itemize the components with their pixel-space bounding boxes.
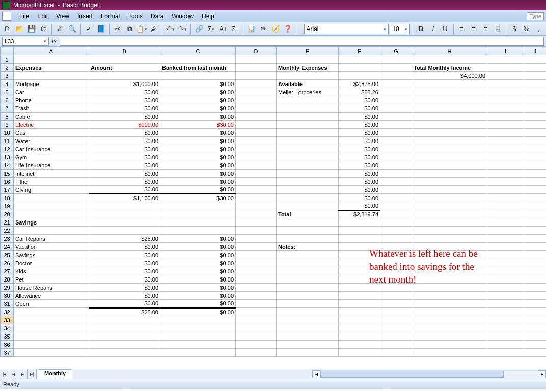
cell-C12[interactable]: $0.00 bbox=[160, 145, 236, 153]
cell-B4[interactable]: $1,000.00 bbox=[89, 80, 160, 88]
row-header-27[interactable]: 27 bbox=[1, 267, 14, 275]
cell-J25[interactable] bbox=[524, 251, 547, 259]
cell-G34[interactable] bbox=[380, 324, 412, 332]
cell-G25[interactable] bbox=[380, 251, 412, 259]
cell-D31[interactable] bbox=[236, 300, 277, 308]
cell-A16[interactable]: Tithe bbox=[14, 178, 89, 186]
cell-B17[interactable]: $0.00 bbox=[89, 186, 160, 194]
cell-D10[interactable] bbox=[236, 129, 277, 137]
cell-F1[interactable] bbox=[339, 55, 380, 64]
cell-F14[interactable]: $0.00 bbox=[339, 161, 380, 170]
cell-F9[interactable]: $0.00 bbox=[339, 121, 380, 129]
cell-A26[interactable]: Doctor bbox=[14, 259, 89, 267]
cell-B13[interactable]: $0.00 bbox=[89, 153, 160, 161]
cell-J28[interactable] bbox=[524, 275, 547, 284]
cell-A36[interactable] bbox=[14, 341, 89, 349]
comma-button[interactable]: , bbox=[533, 23, 544, 35]
cell-C1[interactable] bbox=[160, 55, 236, 64]
row-header-20[interactable]: 20 bbox=[1, 210, 14, 218]
cell-A22[interactable] bbox=[14, 227, 89, 235]
cell-I11[interactable] bbox=[487, 137, 524, 145]
cell-G32[interactable] bbox=[380, 308, 412, 316]
cell-H7[interactable] bbox=[412, 104, 487, 113]
cell-A14[interactable]: Life Insurance bbox=[14, 161, 89, 170]
cell-C14[interactable]: $0.00 bbox=[160, 161, 236, 170]
cell-J21[interactable] bbox=[524, 218, 547, 227]
font-size-select[interactable]: 10▾ bbox=[390, 24, 410, 34]
cell-B14[interactable]: $0.00 bbox=[89, 161, 160, 170]
cell-D6[interactable] bbox=[236, 96, 277, 104]
row-header-19[interactable]: 19 bbox=[1, 202, 14, 210]
row-header-31[interactable]: 31 bbox=[1, 300, 14, 308]
cell-D32[interactable] bbox=[236, 308, 277, 316]
row-header-17[interactable]: 17 bbox=[1, 186, 14, 194]
cell-H32[interactable] bbox=[412, 308, 487, 316]
cell-I5[interactable] bbox=[487, 88, 524, 96]
cell-A27[interactable]: Kids bbox=[14, 267, 89, 275]
cell-F26[interactable] bbox=[339, 259, 380, 267]
cell-I21[interactable] bbox=[487, 218, 524, 227]
cell-H24[interactable] bbox=[412, 243, 487, 251]
cell-C13[interactable]: $0.00 bbox=[160, 153, 236, 161]
menu-help[interactable]: Help bbox=[198, 12, 219, 21]
cell-D21[interactable] bbox=[236, 218, 277, 227]
cell-E21[interactable] bbox=[277, 218, 339, 227]
cell-F34[interactable] bbox=[339, 324, 380, 332]
cell-H37[interactable] bbox=[412, 349, 487, 357]
cell-E10[interactable] bbox=[277, 129, 339, 137]
row-header-16[interactable]: 16 bbox=[1, 178, 14, 186]
cell-J34[interactable] bbox=[524, 324, 547, 332]
cell-D27[interactable] bbox=[236, 267, 277, 275]
cell-H14[interactable] bbox=[412, 161, 487, 170]
row-header-26[interactable]: 26 bbox=[1, 259, 14, 267]
cell-F37[interactable] bbox=[339, 349, 380, 357]
cell-D34[interactable] bbox=[236, 324, 277, 332]
row-header-5[interactable]: 5 bbox=[1, 88, 14, 96]
cell-J17[interactable] bbox=[524, 186, 547, 194]
cell-D13[interactable] bbox=[236, 153, 277, 161]
cell-I14[interactable] bbox=[487, 161, 524, 170]
cell-I32[interactable] bbox=[487, 308, 524, 316]
cell-A13[interactable]: Gym bbox=[14, 153, 89, 161]
cell-D3[interactable] bbox=[236, 72, 277, 80]
cell-F30[interactable] bbox=[339, 292, 380, 300]
cell-J19[interactable] bbox=[524, 202, 547, 210]
cell-B27[interactable]: $0.00 bbox=[89, 267, 160, 275]
cell-G27[interactable] bbox=[380, 267, 412, 275]
cell-E23[interactable] bbox=[277, 235, 339, 243]
cell-C36[interactable] bbox=[160, 341, 236, 349]
cell-G16[interactable] bbox=[380, 178, 412, 186]
cell-D37[interactable] bbox=[236, 349, 277, 357]
cell-H31[interactable] bbox=[412, 300, 487, 308]
cell-C27[interactable]: $0.00 bbox=[160, 267, 236, 275]
cell-H27[interactable] bbox=[412, 267, 487, 275]
cell-C4[interactable]: $0.00 bbox=[160, 80, 236, 88]
row-header-30[interactable]: 30 bbox=[1, 292, 14, 300]
currency-button[interactable]: $ bbox=[509, 23, 520, 35]
cell-A12[interactable]: Car Insurance bbox=[14, 145, 89, 153]
cell-I31[interactable] bbox=[487, 300, 524, 308]
cell-I24[interactable] bbox=[487, 243, 524, 251]
cell-G3[interactable] bbox=[380, 72, 412, 80]
cell-H18[interactable] bbox=[412, 194, 487, 202]
cell-C18[interactable]: $30.00 bbox=[160, 194, 236, 202]
cell-B31[interactable]: $0.00 bbox=[89, 300, 160, 308]
tab-last-button[interactable]: ▸| bbox=[28, 369, 37, 379]
cell-F5[interactable]: $55.26 bbox=[339, 88, 380, 96]
cell-H22[interactable] bbox=[412, 227, 487, 235]
col-header-G[interactable]: G bbox=[380, 47, 412, 55]
menu-insert[interactable]: Insert bbox=[73, 12, 97, 21]
cell-D23[interactable] bbox=[236, 235, 277, 243]
cell-F18[interactable]: $0.00 bbox=[339, 194, 380, 202]
row-header-1[interactable]: 1 bbox=[1, 55, 14, 64]
cell-C25[interactable]: $0.00 bbox=[160, 251, 236, 259]
cell-A35[interactable] bbox=[14, 332, 89, 341]
row-header-22[interactable]: 22 bbox=[1, 227, 14, 235]
research-button[interactable]: 📘 bbox=[95, 23, 106, 35]
copy-button[interactable]: ⧉ bbox=[124, 23, 135, 35]
tab-prev-button[interactable]: ◂ bbox=[9, 369, 18, 379]
cell-F17[interactable]: $0.00 bbox=[339, 186, 380, 194]
cell-A9[interactable]: Electric bbox=[14, 121, 89, 129]
cell-H17[interactable] bbox=[412, 186, 487, 194]
cell-I10[interactable] bbox=[487, 129, 524, 137]
